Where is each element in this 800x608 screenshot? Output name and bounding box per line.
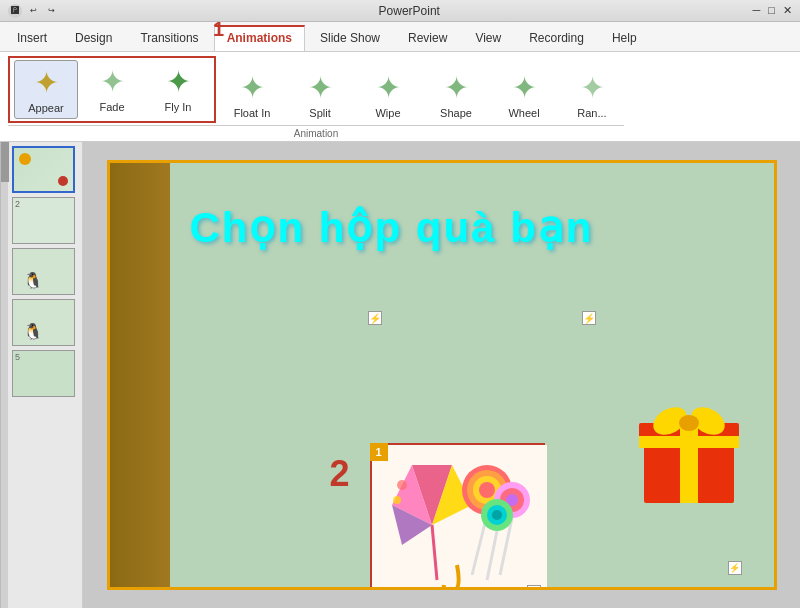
slide-thumb-5[interactable]: 5 [12, 350, 75, 397]
animation-split[interactable]: ✦ Split [288, 66, 352, 123]
minimize-icon[interactable]: ─ [753, 4, 761, 17]
app-icon: 🅿 [8, 4, 22, 18]
main-area: 1 2 3 🐧 4 🐧 [0, 142, 800, 608]
animation-fade[interactable]: ✦ Fade [80, 60, 144, 119]
slide-decoration-panel [110, 163, 170, 587]
ribbon-content: ✦ Appear ✦ Fade ✦ Fly In 1 ✦ Float In [0, 52, 800, 142]
undo-icon[interactable]: ↩ [26, 4, 40, 18]
animation-wheel[interactable]: ✦ Wheel [492, 66, 556, 123]
appear-icon: ✦ [34, 65, 59, 100]
gift-box [634, 383, 744, 503]
red-number-1: 1 [213, 18, 224, 41]
tab-recording[interactable]: Recording [516, 26, 597, 51]
tab-help[interactable]: Help [599, 26, 650, 51]
selected-object-box[interactable]: ⚡ [370, 443, 545, 590]
split-label: Split [309, 107, 330, 119]
fly-in-icon: ✦ [166, 64, 191, 99]
title-text: PowerPoint [66, 4, 753, 18]
animation-shape[interactable]: ✦ Shape [424, 66, 488, 123]
scroll-thumb[interactable] [1, 142, 9, 182]
slide-content: Chọn hộp quà bạn ⚡ ⚡ 2 1 [83, 142, 800, 608]
slide-thumb-1[interactable]: 1 [12, 146, 75, 193]
slide-scrollbar[interactable] [0, 142, 8, 608]
anim-marker-2: ⚡ [582, 311, 596, 325]
float-in-label: Float In [234, 107, 271, 119]
animation-appear[interactable]: ✦ Appear [14, 60, 78, 119]
fly-in-label: Fly In [165, 101, 192, 113]
random-label: Ran... [577, 107, 606, 119]
shape-label: Shape [440, 107, 472, 119]
slide-panel: 1 2 3 🐧 4 🐧 [8, 142, 83, 608]
window-controls[interactable]: 🅿 ↩ ↪ [8, 4, 58, 18]
wipe-label: Wipe [375, 107, 400, 119]
slide-num-2: 2 [15, 199, 20, 209]
animations-border: ✦ Appear ✦ Fade ✦ Fly In [8, 56, 216, 123]
lollipop-svg [372, 445, 547, 590]
wheel-icon: ✦ [512, 70, 537, 105]
float-in-icon: ✦ [240, 70, 265, 105]
tab-animations[interactable]: Animations [214, 25, 305, 51]
anim-marker-bottom: ⚡ [728, 561, 742, 575]
svg-point-20 [393, 496, 401, 504]
annotation-2: 2 [330, 453, 350, 495]
slide-thumb-4[interactable]: 4 🐧 [12, 299, 75, 346]
svg-point-16 [492, 510, 502, 520]
slide-thumb-3[interactable]: 3 🐧 [12, 248, 75, 295]
slide-frame[interactable]: Chọn hộp quà bạn ⚡ ⚡ 2 1 [107, 160, 777, 590]
title-bar: 🅿 ↩ ↪ PowerPoint ─ □ ✕ [0, 0, 800, 22]
tab-design[interactable]: Design [62, 26, 125, 51]
gift-svg [634, 383, 744, 503]
window-buttons[interactable]: ─ □ ✕ [753, 4, 792, 17]
ribbon-tabs: Insert Design Transitions Animations Sli… [0, 22, 800, 52]
anim-marker-bottom-right-obj: ⚡ [527, 585, 541, 590]
tab-view[interactable]: View [462, 26, 514, 51]
shape-icon: ✦ [444, 70, 469, 105]
appear-label: Appear [28, 102, 63, 114]
slide-panel-container: 1 2 3 🐧 4 🐧 [0, 142, 83, 608]
tab-insert[interactable]: Insert [4, 26, 60, 51]
tab-transitions[interactable]: Transitions [127, 26, 211, 51]
animation-items: ✦ Appear ✦ Fade ✦ Fly In 1 ✦ Float In [8, 56, 624, 123]
svg-point-27 [679, 415, 699, 431]
redo-icon[interactable]: ↪ [44, 4, 58, 18]
object-badge-1: 1 [370, 443, 388, 461]
animation-group-label: Animation [8, 125, 624, 139]
animation-wipe[interactable]: ✦ Wipe [356, 66, 420, 123]
animation-random[interactable]: ✦ Ran... [560, 66, 624, 123]
svg-point-19 [397, 480, 407, 490]
tab-slideshow[interactable]: Slide Show [307, 26, 393, 51]
slide-num-5: 5 [15, 352, 20, 362]
animation-fly-in[interactable]: ✦ Fly In [146, 60, 210, 119]
svg-point-8 [479, 482, 495, 498]
svg-rect-24 [680, 423, 698, 503]
fade-icon: ✦ [100, 64, 125, 99]
split-icon: ✦ [308, 70, 333, 105]
close-icon[interactable]: ✕ [783, 4, 792, 17]
random-icon: ✦ [580, 70, 605, 105]
slide-title: Chọn hộp quà bạn [190, 203, 764, 252]
tab-review[interactable]: Review [395, 26, 460, 51]
wheel-label: Wheel [508, 107, 539, 119]
animation-group: ✦ Appear ✦ Fade ✦ Fly In 1 ✦ Float In [8, 56, 624, 139]
anim-marker-1: ⚡ [368, 311, 382, 325]
slide-thumb-2[interactable]: 2 [12, 197, 75, 244]
fade-label: Fade [99, 101, 124, 113]
animation-float-in[interactable]: ✦ Float In [220, 66, 284, 123]
maximize-icon[interactable]: □ [768, 4, 775, 17]
wipe-icon: ✦ [376, 70, 401, 105]
